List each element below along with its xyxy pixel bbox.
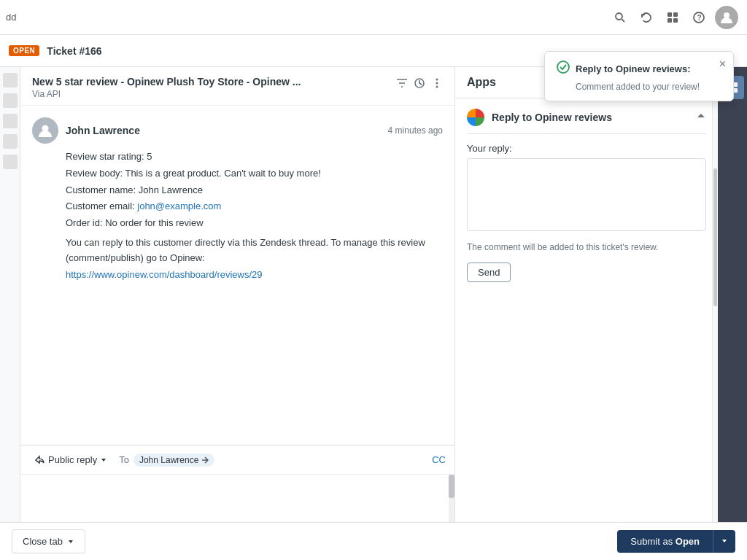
customer-email-link[interactable]: john@example.com	[137, 201, 221, 211]
message-header: John Lawrence 4 minutes ago	[32, 117, 443, 144]
conversation-area: New 5 star review - Opinew Plush Toy Sto…	[20, 67, 454, 445]
sidebar-item-5[interactable]	[3, 155, 18, 169]
to-label: To	[119, 454, 129, 465]
submit-main-button[interactable]: Submit as Open	[617, 530, 713, 553]
message-area: John Lawrence 4 minutes ago Review star …	[20, 106, 454, 295]
review-body-line: Review body: This is a great product. Ca…	[66, 166, 443, 182]
apps-panel: Apps Reply to Opinew reviews Your reply:…	[455, 67, 718, 560]
submit-status: Open	[676, 536, 700, 547]
message-time: 4 minutes ago	[388, 125, 443, 136]
svg-point-8	[724, 12, 729, 18]
main-area: New 5 star review - Opinew Plush Toy Sto…	[0, 67, 747, 560]
refresh-icon[interactable]	[636, 7, 657, 28]
search-icon[interactable]	[610, 7, 630, 28]
help-icon[interactable]: ?	[689, 7, 709, 28]
app-content: Your reply: The comment will be added to…	[467, 134, 706, 291]
your-reply-label: Your reply:	[467, 143, 706, 154]
reply-info-text: You can reply to this customer directly …	[66, 236, 443, 266]
app-section: Reply to Opinew reviews Your reply: The …	[455, 98, 718, 560]
right-panel-scrollbar[interactable]	[712, 99, 718, 560]
history-icon[interactable]	[414, 77, 425, 92]
top-bar: dd ?	[0, 0, 747, 35]
reply-type-label: Public reply	[48, 454, 97, 465]
message-author: John Lawrence	[66, 125, 140, 136]
app-title-left: Reply to Opinew reviews	[467, 109, 612, 126]
svg-point-11	[436, 82, 438, 85]
sidebar-item-2[interactable]	[3, 93, 18, 108]
submit-button-group: Submit as Open	[617, 530, 735, 553]
cc-button[interactable]: CC	[432, 454, 446, 465]
app-title-row: Reply to Opinew reviews	[467, 98, 706, 134]
ticket-number: Ticket #166	[47, 45, 101, 57]
reply-to-section: To John Lawrence	[119, 454, 426, 467]
svg-rect-5	[673, 18, 678, 23]
review-link[interactable]: https://www.opinew.com/dashboard/reviews…	[66, 269, 263, 280]
svg-point-10	[436, 79, 438, 81]
sidebar-item-1[interactable]	[3, 73, 18, 88]
svg-rect-2	[667, 12, 672, 17]
notification-popup: × Reply to Opinew reviews: Comment added…	[544, 51, 734, 101]
conversation-header-icons	[396, 77, 443, 92]
svg-text:?: ?	[697, 14, 702, 22]
sidebar-item-3[interactable]	[3, 114, 18, 128]
recipient-chip[interactable]: John Lawrence	[133, 454, 214, 467]
notification-title: Reply to Opinew reviews:	[576, 63, 691, 74]
svg-rect-3	[673, 12, 678, 17]
author-avatar	[32, 117, 58, 144]
notification-close-button[interactable]: ×	[719, 58, 726, 71]
close-tab-button[interactable]: Close tab	[12, 529, 85, 553]
reply-editor-placeholder[interactable]	[20, 475, 454, 518]
message-body: Review star rating: 5 Review body: This …	[32, 149, 443, 282]
conversation-title: New 5 star review - Opinew Plush Toy Sto…	[32, 76, 301, 88]
conversation-header: New 5 star review - Opinew Plush Toy Sto…	[20, 67, 454, 106]
center-panel: New 5 star review - Opinew Plush Toy Sto…	[20, 67, 455, 560]
customer-email-line: Customer email: john@example.com	[66, 199, 443, 214]
svg-line-1	[622, 19, 625, 22]
your-reply-textarea[interactable]	[467, 158, 706, 231]
bottom-bar: Close tab Submit as Open	[0, 522, 747, 560]
review-link-line: https://www.opinew.com/dashboard/reviews…	[66, 268, 443, 283]
conversation-subtitle: Via API	[32, 89, 301, 99]
svg-rect-4	[667, 18, 672, 23]
comment-note: The comment will be added to this ticket…	[467, 241, 706, 254]
reply-toolbar: Public reply To John Lawrence CC	[20, 446, 454, 475]
right-sidebar	[718, 67, 747, 560]
svg-point-18	[557, 61, 569, 73]
opinew-icon	[467, 109, 484, 126]
app-collapse-button[interactable]	[696, 111, 706, 124]
filter-icon[interactable]	[396, 77, 408, 92]
grid-icon[interactable]	[662, 7, 683, 28]
notification-body: Comment added to your review!	[576, 82, 721, 92]
left-sidebar	[0, 67, 20, 560]
svg-point-12	[436, 86, 438, 88]
sidebar-item-4[interactable]	[3, 134, 18, 149]
svg-point-0	[616, 13, 622, 20]
order-id-line: Order id: No order for this review	[66, 216, 443, 231]
review-star-line: Review star rating: 5	[66, 149, 443, 165]
close-tab-label: Close tab	[23, 536, 63, 547]
right-panel-scroll-thumb	[713, 168, 717, 307]
reply-type-button[interactable]: Public reply	[29, 451, 113, 468]
submit-dropdown-button[interactable]	[713, 530, 735, 553]
recipient-name: John Lawrence	[139, 455, 198, 465]
user-avatar[interactable]	[715, 6, 738, 29]
send-button[interactable]: Send	[467, 262, 511, 282]
status-badge: OPEN	[9, 45, 39, 56]
app-name: dd	[6, 12, 16, 23]
notification-header: Reply to Opinew reviews:	[557, 61, 721, 77]
app-title-text: Reply to Opinew reviews	[492, 112, 612, 123]
notification-check-icon	[557, 61, 570, 77]
submit-as-label: Submit as	[630, 536, 673, 547]
customer-name-line: Customer name: John Lawrence	[66, 183, 443, 198]
more-options-icon[interactable]	[431, 77, 443, 92]
scroll-thumb	[449, 475, 454, 498]
